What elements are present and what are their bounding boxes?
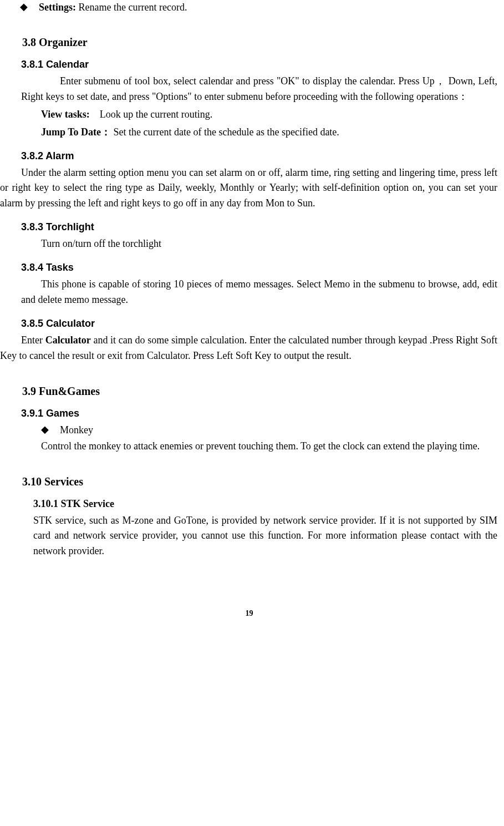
jump-to-date-line: Jump To Date： Set the current date of th… xyxy=(41,125,497,140)
monkey-label: Monkey xyxy=(60,423,93,438)
section-3-8-title: 3.8 Organizer xyxy=(22,36,498,49)
calendar-body: Enter submenu of tool box, select calend… xyxy=(21,74,497,105)
section-3-10-title: 3.10 Services xyxy=(22,475,498,488)
page-number: 19 xyxy=(0,609,498,618)
jump-to-date-text: Set the current date of the schedule as … xyxy=(114,126,339,138)
monkey-bullet-item: ◆ Monkey xyxy=(41,423,498,438)
tasks-body: This phone is capable of storing 10 piec… xyxy=(21,277,497,308)
diamond-bullet-icon: ◆ xyxy=(20,1,28,13)
view-tasks-text: Look up the current routing. xyxy=(100,109,212,120)
alarm-body: Under the alarm setting option menu you … xyxy=(0,165,497,212)
section-3-8-1-title: 3.8.1 Calendar xyxy=(21,59,498,70)
section-3-9-title: 3.9 Fun&Games xyxy=(22,385,498,398)
stk-body: STK service, such as M-zone and GoTone, … xyxy=(33,513,497,560)
calculator-pre: Enter xyxy=(21,335,45,346)
settings-label: Settings: xyxy=(39,2,76,13)
section-3-8-3-title: 3.8.3 Torchlight xyxy=(21,221,498,233)
diamond-bullet-icon: ◆ xyxy=(41,423,49,435)
view-tasks-label: View tasks: xyxy=(41,109,90,120)
section-3-8-4-title: 3.8.4 Tasks xyxy=(21,262,498,273)
calculator-bold: Calculator xyxy=(45,335,91,346)
monkey-body: Control the monkey to attack enemies or … xyxy=(41,439,497,454)
settings-desc: Rename the current record. xyxy=(79,2,187,13)
section-3-9-1-title: 3.9.1 Games xyxy=(21,408,498,419)
settings-text: Settings: Rename the current record. xyxy=(39,0,187,15)
jump-to-date-label: Jump To Date： xyxy=(41,126,111,138)
settings-bullet-item: ◆ Settings: Rename the current record. xyxy=(20,0,498,15)
section-3-8-5-title: 3.8.5 Calculator xyxy=(21,318,498,330)
view-tasks-line: View tasks: Look up the current routing. xyxy=(41,107,497,123)
section-3-10-1-title: 3.10.1 STK Service xyxy=(33,498,498,510)
document-page: ◆ Settings: Rename the current record. 3… xyxy=(0,0,504,618)
calculator-body: Enter Calculator and it can do some simp… xyxy=(0,333,497,364)
torch-body: Turn on/turn off the torchlight xyxy=(41,236,497,252)
section-3-8-2-title: 3.8.2 Alarm xyxy=(21,150,498,162)
